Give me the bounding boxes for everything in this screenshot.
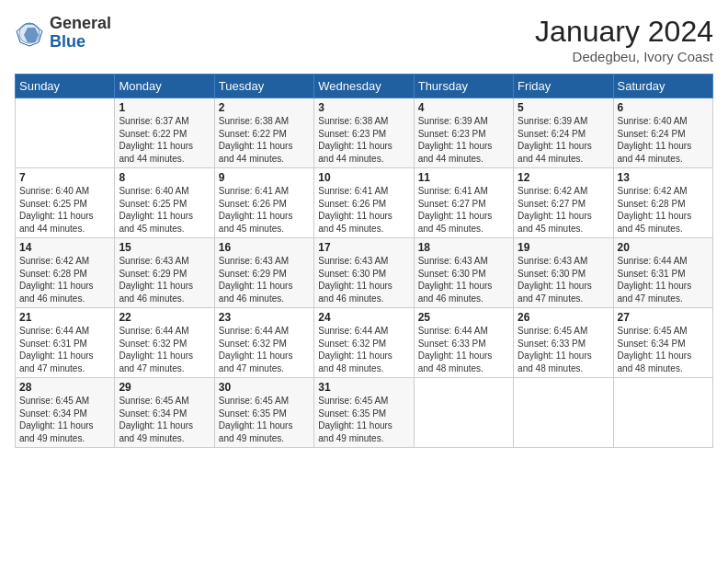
title-block: January 2024 Dedegbeu, Ivory Coast bbox=[535, 15, 713, 64]
day-number: 29 bbox=[119, 381, 210, 394]
week-row-1: 1Sunrise: 6:37 AM Sunset: 6:22 PM Daylig… bbox=[16, 98, 713, 168]
cell-info: Sunrise: 6:44 AM Sunset: 6:32 PM Dayligh… bbox=[119, 325, 210, 374]
day-header-tuesday: Tuesday bbox=[214, 75, 313, 98]
calendar-cell: 1Sunrise: 6:37 AM Sunset: 6:22 PM Daylig… bbox=[115, 98, 214, 168]
day-number: 8 bbox=[119, 171, 210, 184]
calendar-cell: 18Sunrise: 6:43 AM Sunset: 6:30 PM Dayli… bbox=[414, 238, 513, 308]
logo: General Blue bbox=[15, 15, 111, 52]
cell-info: Sunrise: 6:42 AM Sunset: 6:27 PM Dayligh… bbox=[518, 185, 609, 235]
day-number: 22 bbox=[119, 311, 210, 324]
week-row-2: 7Sunrise: 6:40 AM Sunset: 6:25 PM Daylig… bbox=[16, 168, 713, 238]
cell-info: Sunrise: 6:42 AM Sunset: 6:28 PM Dayligh… bbox=[618, 185, 709, 235]
calendar-cell: 19Sunrise: 6:43 AM Sunset: 6:30 PM Dayli… bbox=[514, 238, 613, 308]
day-number: 25 bbox=[418, 311, 509, 324]
day-number: 15 bbox=[119, 241, 210, 254]
cell-info: Sunrise: 6:43 AM Sunset: 6:30 PM Dayligh… bbox=[518, 255, 609, 304]
calendar-cell: 16Sunrise: 6:43 AM Sunset: 6:29 PM Dayli… bbox=[214, 238, 313, 308]
cell-info: Sunrise: 6:39 AM Sunset: 6:24 PM Dayligh… bbox=[518, 115, 609, 165]
calendar-cell: 22Sunrise: 6:44 AM Sunset: 6:32 PM Dayli… bbox=[115, 308, 214, 378]
day-number: 10 bbox=[318, 171, 409, 184]
cell-info: Sunrise: 6:45 AM Sunset: 6:33 PM Dayligh… bbox=[518, 325, 609, 374]
cell-info: Sunrise: 6:45 AM Sunset: 6:34 PM Dayligh… bbox=[618, 325, 709, 374]
cell-info: Sunrise: 6:41 AM Sunset: 6:26 PM Dayligh… bbox=[219, 185, 310, 235]
day-number: 28 bbox=[19, 381, 110, 394]
cell-info: Sunrise: 6:40 AM Sunset: 6:24 PM Dayligh… bbox=[618, 115, 709, 165]
day-header-saturday: Saturday bbox=[613, 75, 712, 98]
cell-info: Sunrise: 6:44 AM Sunset: 6:31 PM Dayligh… bbox=[618, 255, 709, 304]
page: General Blue January 2024 Dedegbeu, Ivor… bbox=[0, 0, 728, 563]
calendar-cell: 17Sunrise: 6:43 AM Sunset: 6:30 PM Dayli… bbox=[314, 238, 414, 308]
cell-info: Sunrise: 6:45 AM Sunset: 6:34 PM Dayligh… bbox=[19, 395, 110, 444]
day-header-sunday: Sunday bbox=[16, 75, 115, 98]
day-number: 19 bbox=[518, 241, 609, 254]
calendar-cell bbox=[414, 378, 513, 448]
day-number: 12 bbox=[518, 171, 609, 184]
header: General Blue January 2024 Dedegbeu, Ivor… bbox=[15, 15, 713, 64]
cell-info: Sunrise: 6:44 AM Sunset: 6:33 PM Dayligh… bbox=[418, 325, 509, 374]
subtitle: Dedegbeu, Ivory Coast bbox=[535, 49, 713, 64]
cell-info: Sunrise: 6:39 AM Sunset: 6:23 PM Dayligh… bbox=[418, 115, 509, 165]
calendar-cell: 20Sunrise: 6:44 AM Sunset: 6:31 PM Dayli… bbox=[613, 238, 712, 308]
day-number: 11 bbox=[418, 171, 509, 184]
calendar-cell: 29Sunrise: 6:45 AM Sunset: 6:34 PM Dayli… bbox=[115, 378, 214, 448]
main-title: January 2024 bbox=[535, 15, 713, 49]
day-number: 27 bbox=[618, 311, 709, 324]
calendar-cell: 10Sunrise: 6:41 AM Sunset: 6:26 PM Dayli… bbox=[314, 168, 414, 238]
cell-info: Sunrise: 6:45 AM Sunset: 6:35 PM Dayligh… bbox=[219, 395, 310, 444]
day-number: 14 bbox=[19, 241, 110, 254]
calendar-cell: 28Sunrise: 6:45 AM Sunset: 6:34 PM Dayli… bbox=[16, 378, 115, 448]
calendar-cell: 9Sunrise: 6:41 AM Sunset: 6:26 PM Daylig… bbox=[214, 168, 313, 238]
calendar-cell: 14Sunrise: 6:42 AM Sunset: 6:28 PM Dayli… bbox=[16, 238, 115, 308]
cell-info: Sunrise: 6:44 AM Sunset: 6:32 PM Dayligh… bbox=[219, 325, 310, 374]
day-number: 20 bbox=[618, 241, 709, 254]
calendar-cell: 15Sunrise: 6:43 AM Sunset: 6:29 PM Dayli… bbox=[115, 238, 214, 308]
cell-info: Sunrise: 6:45 AM Sunset: 6:35 PM Dayligh… bbox=[318, 395, 409, 444]
calendar-cell bbox=[613, 378, 712, 448]
calendar-cell bbox=[16, 98, 115, 168]
calendar-cell: 21Sunrise: 6:44 AM Sunset: 6:31 PM Dayli… bbox=[16, 308, 115, 378]
cell-info: Sunrise: 6:38 AM Sunset: 6:23 PM Dayligh… bbox=[318, 115, 409, 165]
day-number: 13 bbox=[618, 171, 709, 184]
day-header-monday: Monday bbox=[115, 75, 214, 98]
day-number: 30 bbox=[219, 381, 310, 394]
week-row-5: 28Sunrise: 6:45 AM Sunset: 6:34 PM Dayli… bbox=[16, 378, 713, 448]
day-number: 23 bbox=[219, 311, 310, 324]
logo-text: General Blue bbox=[50, 15, 111, 52]
day-number: 1 bbox=[119, 101, 210, 114]
week-row-3: 14Sunrise: 6:42 AM Sunset: 6:28 PM Dayli… bbox=[16, 238, 713, 308]
calendar-cell: 4Sunrise: 6:39 AM Sunset: 6:23 PM Daylig… bbox=[414, 98, 513, 168]
day-number: 5 bbox=[518, 101, 609, 114]
day-number: 3 bbox=[318, 101, 409, 114]
calendar-cell: 31Sunrise: 6:45 AM Sunset: 6:35 PM Dayli… bbox=[314, 378, 414, 448]
calendar-cell: 5Sunrise: 6:39 AM Sunset: 6:24 PM Daylig… bbox=[514, 98, 613, 168]
day-number: 9 bbox=[219, 171, 310, 184]
header-row: SundayMondayTuesdayWednesdayThursdayFrid… bbox=[16, 75, 713, 98]
cell-info: Sunrise: 6:42 AM Sunset: 6:28 PM Dayligh… bbox=[19, 255, 110, 304]
day-number: 18 bbox=[418, 241, 509, 254]
cell-info: Sunrise: 6:45 AM Sunset: 6:34 PM Dayligh… bbox=[119, 395, 210, 444]
calendar-cell: 6Sunrise: 6:40 AM Sunset: 6:24 PM Daylig… bbox=[613, 98, 712, 168]
day-header-wednesday: Wednesday bbox=[314, 75, 414, 98]
week-row-4: 21Sunrise: 6:44 AM Sunset: 6:31 PM Dayli… bbox=[16, 308, 713, 378]
calendar-cell: 26Sunrise: 6:45 AM Sunset: 6:33 PM Dayli… bbox=[514, 308, 613, 378]
day-number: 24 bbox=[318, 311, 409, 324]
cell-info: Sunrise: 6:43 AM Sunset: 6:30 PM Dayligh… bbox=[318, 255, 409, 304]
calendar-cell: 24Sunrise: 6:44 AM Sunset: 6:32 PM Dayli… bbox=[314, 308, 414, 378]
calendar-table: SundayMondayTuesdayWednesdayThursdayFrid… bbox=[15, 74, 713, 448]
cell-info: Sunrise: 6:40 AM Sunset: 6:25 PM Dayligh… bbox=[19, 185, 110, 235]
calendar-cell: 13Sunrise: 6:42 AM Sunset: 6:28 PM Dayli… bbox=[613, 168, 712, 238]
calendar-cell: 30Sunrise: 6:45 AM Sunset: 6:35 PM Dayli… bbox=[214, 378, 313, 448]
day-number: 26 bbox=[518, 311, 609, 324]
day-number: 21 bbox=[19, 311, 110, 324]
calendar-cell: 3Sunrise: 6:38 AM Sunset: 6:23 PM Daylig… bbox=[314, 98, 414, 168]
cell-info: Sunrise: 6:37 AM Sunset: 6:22 PM Dayligh… bbox=[119, 115, 210, 165]
logo-general: General bbox=[50, 15, 111, 33]
calendar-cell: 23Sunrise: 6:44 AM Sunset: 6:32 PM Dayli… bbox=[214, 308, 313, 378]
day-number: 17 bbox=[318, 241, 409, 254]
cell-info: Sunrise: 6:41 AM Sunset: 6:26 PM Dayligh… bbox=[318, 185, 409, 235]
calendar-cell: 11Sunrise: 6:41 AM Sunset: 6:27 PM Dayli… bbox=[414, 168, 513, 238]
cell-info: Sunrise: 6:38 AM Sunset: 6:22 PM Dayligh… bbox=[219, 115, 310, 165]
cell-info: Sunrise: 6:44 AM Sunset: 6:32 PM Dayligh… bbox=[318, 325, 409, 374]
cell-info: Sunrise: 6:40 AM Sunset: 6:25 PM Dayligh… bbox=[119, 185, 210, 235]
day-header-friday: Friday bbox=[514, 75, 613, 98]
